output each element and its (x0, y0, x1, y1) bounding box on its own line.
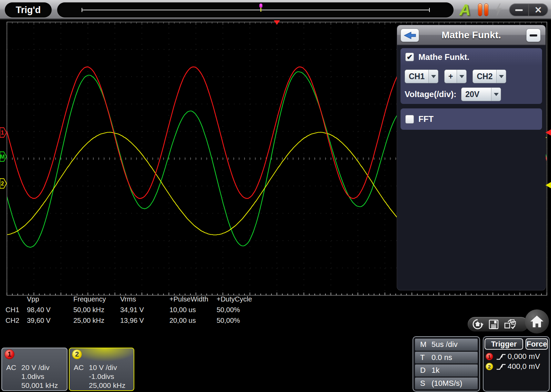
timebase-row-m[interactable]: M 5us /div (415, 339, 478, 351)
trigger-position-marker[interactable] (274, 20, 280, 25)
home-button[interactable] (525, 309, 549, 333)
timebase-row-d[interactable]: D 1k (415, 364, 478, 377)
trigger-level-ch1[interactable]: 1 0,000 mV (484, 351, 549, 361)
meas-ch2-dutycycle: 50,00% (217, 317, 240, 325)
utility-toolbar (468, 317, 528, 331)
math-panel-header: Mathe Funkt. (397, 25, 545, 45)
voltage-div-dropdown[interactable]: 20V (461, 87, 501, 101)
timebase-value-d: 1k (432, 366, 439, 375)
meas-ch2-vpp: 39,60 V (27, 317, 51, 325)
trigger-info-box: Trigger Force 1 0,000 mV 2 400,0 mV (483, 336, 550, 392)
math-enable-label: Mathe Funkt. (418, 52, 469, 62)
timebase-value-s: (10MS/s) (432, 379, 462, 388)
left-level-marker-M[interactable]: M (0, 152, 7, 161)
math-panel-title: Mathe Funkt. (397, 25, 545, 45)
source1-dropdown[interactable]: CH1 (405, 70, 438, 83)
rising-edge-icon (496, 352, 506, 361)
channel2-scale: 10 V /div (89, 363, 117, 372)
right-trigger-level-arrow-1[interactable] (545, 129, 551, 136)
meas-ch1-vpp: 98,40 V (27, 306, 51, 314)
fft-checkbox[interactable] (405, 115, 414, 124)
channel2-badge: 2 (72, 349, 82, 359)
timebase-row-s[interactable]: S (10MS/s) (415, 378, 478, 390)
trigger-level-value: 0,000 mV (508, 352, 540, 361)
operator-value: + (445, 70, 457, 83)
timebase-key-t: T (415, 353, 432, 362)
meas-ch1-frequency: 50,00 kHz (73, 306, 104, 314)
timebase-value-t: 0.0 ns (432, 353, 452, 362)
channel2-info-box[interactable]: 2 AC 10 V /div -1.0divs 25,000 kHz (69, 348, 134, 391)
meas-header-frequency: Frequency (73, 295, 106, 303)
trigger-level-value: 400,0 mV (508, 362, 540, 371)
timebase-value-m: 5us /div (432, 340, 458, 349)
channel2-coupling: AC (74, 363, 84, 372)
channel1-badge: 1 (4, 349, 14, 359)
oscilloscope-app: Trig'd A ✕ 1M2 Mathe Funkt. (0, 0, 551, 392)
meas-header-pulsewidth: +PulseWidth (169, 295, 208, 303)
math-voltage-row: Voltage(/div): 20V (401, 83, 542, 101)
chevron-down-icon[interactable] (496, 70, 506, 83)
back-arrow-icon (402, 30, 417, 41)
meas-ch2-frequency: 25,00 kHz (73, 317, 104, 325)
meas-ch1-dutycycle: 50,00% (217, 306, 240, 314)
timebase-key-s: S (415, 379, 432, 388)
transfer-display-icon[interactable] (504, 319, 516, 330)
math-operand-row: CH1 + CH2 (401, 66, 542, 83)
meas-row-ch2-label: CH2 (6, 317, 19, 325)
math-settings-section: ✔ Mathe Funkt. CH1 + CH2 Voltage(/div): (401, 48, 542, 104)
meas-ch2-vrms: 13,96 V (120, 317, 144, 325)
save-icon[interactable] (488, 319, 499, 330)
right-trigger-level-arrow-2[interactable] (545, 182, 551, 188)
back-button[interactable] (401, 29, 419, 42)
svg-text:1: 1 (1, 130, 4, 136)
operator-dropdown[interactable]: + (444, 70, 467, 83)
channel1-position: 1.0divs (21, 372, 44, 381)
math-enable-row: ✔ Mathe Funkt. (401, 48, 542, 66)
svg-text:M: M (0, 154, 4, 160)
channel2-position: -1.0divs (89, 372, 114, 381)
chevron-down-icon[interactable] (428, 70, 438, 83)
home-icon (530, 315, 544, 328)
fft-section: FFT (401, 108, 542, 130)
channel1-scale: 20 V /div (21, 363, 50, 372)
timebase-row-t[interactable]: T 0.0 ns (415, 352, 478, 364)
voltage-div-value: 20V (461, 88, 491, 101)
meas-ch1-vrms: 34,91 V (120, 306, 144, 314)
timebase-key-m: M (415, 340, 432, 349)
channel1-badge: 1 (486, 353, 493, 360)
channel1-coupling: AC (6, 363, 16, 372)
factory-reset-icon[interactable] (472, 318, 484, 330)
panel-minimize-button[interactable] (526, 29, 541, 42)
left-level-marker-1[interactable]: 1 (0, 128, 7, 137)
force-button[interactable]: Force (526, 338, 548, 350)
channel1-info-box[interactable]: 1 AC 20 V /div 1.0divs 50,001 kHz (1, 348, 67, 391)
source2-value: CH2 (473, 70, 496, 83)
chevron-down-icon[interactable] (457, 70, 466, 83)
meas-header-vrms: Vrms (120, 295, 136, 303)
channel1-frequency: 50,001 kHz (21, 381, 58, 390)
channel2-frequency: 25,000 kHz (89, 381, 125, 390)
svg-text:2: 2 (1, 181, 4, 187)
meas-ch1-pulsewidth: 10,00 us (169, 306, 196, 314)
left-level-marker-2[interactable]: 2 (0, 179, 7, 188)
chevron-down-icon[interactable] (491, 88, 501, 101)
meas-row-ch1-label: CH1 (6, 306, 19, 314)
timebase-key-d: D (415, 366, 432, 375)
meas-header-vpp: Vpp (27, 295, 39, 303)
meas-header-dutycycle: +DutyCycle (217, 295, 252, 303)
meas-ch2-pulsewidth: 20,00 us (169, 317, 196, 325)
math-function-panel: Mathe Funkt. ✔ Mathe Funkt. CH1 + CH2 (397, 25, 545, 290)
trigger-level-ch2[interactable]: 2 400,0 mV (484, 361, 549, 371)
source2-dropdown[interactable]: CH2 (472, 70, 506, 83)
source1-value: CH1 (405, 70, 428, 83)
timebase-info-box[interactable]: M 5us /div T 0.0 ns D 1k S (10MS/s) (413, 336, 480, 392)
fft-label: FFT (418, 114, 434, 124)
voltage-div-label: Voltage(/div): (405, 89, 456, 99)
trigger-button[interactable]: Trigger (485, 338, 523, 350)
rising-edge-icon (496, 362, 506, 371)
channel2-badge: 2 (486, 363, 493, 370)
math-enable-checkbox[interactable]: ✔ (405, 53, 414, 61)
